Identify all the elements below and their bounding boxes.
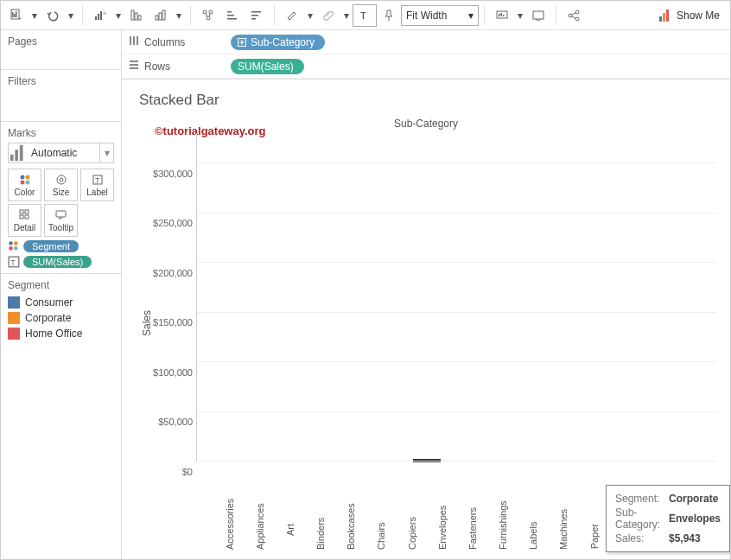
svg-rect-21 [251,11,261,13]
filters-shelf[interactable]: Filters [1,70,121,122]
plot-area[interactable]: $49,191$87,105$52,820$51,560$118,161$68,… [196,133,716,461]
undo-btn[interactable] [41,4,65,27]
swap-dropdown[interactable]: ▾ [112,4,124,27]
columns-pill[interactable]: Sub-Category [231,35,325,50]
color-icon [19,174,31,186]
highlight-btn[interactable] [280,4,304,27]
sort-dropdown[interactable]: ▾ [173,4,185,27]
swap-btn[interactable]: + [88,4,112,27]
x-tick: Bookcases [346,524,356,550]
show-labels-btn[interactable]: T [353,4,377,27]
sort-ascending-icon[interactable] [220,4,245,27]
svg-rect-12 [156,16,158,20]
share-btn[interactable] [562,4,586,27]
slideshow-btn[interactable] [526,4,550,27]
x-tick: Accessories [225,524,235,550]
label-icon: T [92,174,104,186]
color-pill-segment[interactable]: Segment [8,240,114,252]
rows-pill[interactable]: SUM(Sales) [231,59,304,74]
svg-rect-68 [130,64,138,66]
sort-desc-btn[interactable] [149,4,173,27]
svg-rect-38 [666,10,669,22]
svg-rect-67 [130,60,138,62]
rows-label: Rows [144,60,170,73]
highlight-dropdown[interactable]: ▾ [304,4,316,27]
svg-text:T: T [360,10,366,21]
svg-rect-61 [130,36,131,45]
show-me-label: Show Me [677,10,720,22]
svg-rect-52 [20,215,23,219]
x-tick: Furnishings [498,524,508,550]
chart[interactable]: Sales $0$50,000$100,000$150,000$200,000$… [136,133,716,513]
x-tick: Envelopes [437,524,448,550]
svg-rect-51 [25,210,29,213]
viz-area: Stacked Bar ©tutorialgateway.org Sub-Cat… [122,80,730,559]
legend-item-corporate[interactable]: Corporate [8,310,114,326]
detail-icon [19,209,31,221]
svg-rect-39 [10,155,14,161]
legend-item-consumer[interactable]: Consumer [8,295,114,310]
attach-btn[interactable] [316,4,340,27]
svg-rect-29 [503,15,505,16]
x-tick: Appliances [255,524,265,550]
presentation-dropdown[interactable]: ▾ [514,4,526,27]
color-icon [8,240,20,252]
attach-dropdown[interactable]: ▾ [340,4,353,27]
legend-swatch [8,312,20,324]
fit-select[interactable]: Fit Width ▾ [401,5,479,26]
svg-point-43 [25,175,29,179]
y-tick: $50,000 [158,417,193,427]
svg-line-34 [572,13,575,15]
mark-label-btn[interactable]: T Label [80,169,114,201]
svg-point-47 [60,178,63,181]
plus-square-icon [238,38,246,47]
svg-point-32 [575,10,579,14]
mark-size-btn[interactable]: Size [44,169,78,201]
mark-tooltip-btn[interactable]: Tooltip [44,204,78,237]
svg-point-15 [203,10,207,14]
columns-shelf[interactable]: Columns Sub-Category [122,30,730,54]
svg-point-57 [9,246,13,251]
svg-rect-62 [133,36,135,45]
toolbar: + ▾ ▾ + ▾ ▾ ▾ ▾ T Fit Width ▾ ▾ Show Me [1,1,730,30]
x-tick: Fasteners [467,524,478,550]
svg-rect-23 [251,18,256,20]
mark-detail-btn[interactable]: Detail [8,204,41,237]
svg-text:+: + [18,16,22,22]
x-tick: Chairs [376,524,386,550]
tooltip: Segment:Corporate Sub-Category:Envelopes… [606,485,730,552]
columns-label: Columns [144,36,185,48]
x-tick: Binders [315,524,326,550]
mark-color-btn[interactable]: Color [8,169,41,201]
sort-asc-btn[interactable] [124,4,149,27]
fit-select-value: Fit Width [406,10,447,22]
svg-text:+: + [103,10,106,16]
pin-btn[interactable] [377,4,401,27]
svg-point-17 [207,16,210,20]
svg-rect-1 [12,12,14,17]
svg-point-16 [209,10,213,14]
group-btn[interactable] [196,4,220,27]
y-tick: $0 [182,467,193,477]
side-panels: Pages Filters Marks Automatic ▾ Color Si… [1,30,122,559]
chart-title[interactable]: Stacked Bar [136,88,716,109]
new-sheet-dropdown[interactable]: ▾ [29,4,41,27]
sort-descending-icon[interactable] [245,4,269,27]
new-sheet-btn[interactable]: + [4,4,29,27]
pages-shelf[interactable]: Pages [1,30,121,70]
svg-rect-30 [533,11,543,19]
undo-dropdown[interactable]: ▾ [65,4,77,27]
svg-rect-11 [138,16,141,20]
rows-icon [129,60,139,73]
presentation-btn[interactable] [490,4,514,27]
svg-rect-13 [159,13,162,20]
show-me-btn[interactable]: Show Me [652,10,727,22]
marks-title: Marks [8,127,114,139]
rows-shelf[interactable]: Rows SUM(Sales) [122,54,730,79]
mark-type-select[interactable]: Automatic ▾ [8,143,114,163]
svg-rect-3 [16,11,17,17]
tooltip-icon [55,209,67,221]
label-pill-sales[interactable]: T SUM(Sales) [8,256,114,268]
legend-item-home-office[interactable]: Home Office [8,326,114,341]
svg-rect-18 [227,11,232,13]
